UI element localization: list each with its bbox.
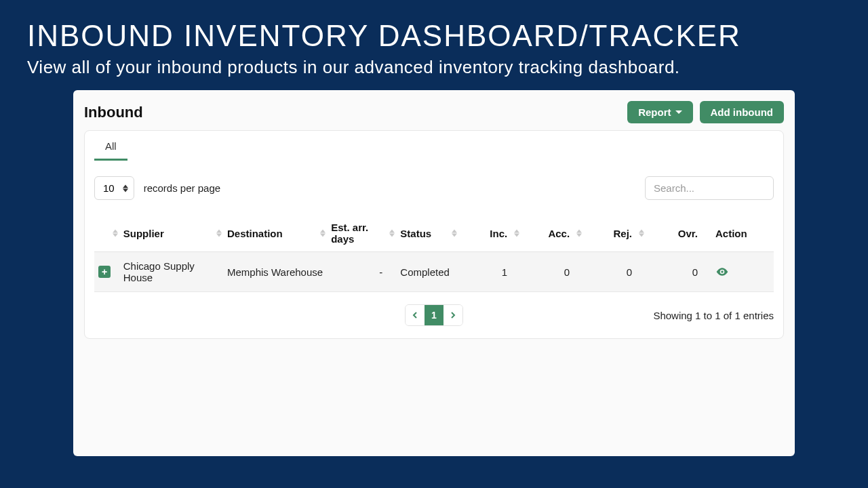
col-est[interactable]: Est. arr. days bbox=[327, 215, 396, 252]
sort-icon bbox=[389, 230, 395, 237]
pager: 1 bbox=[405, 304, 463, 326]
sort-icon bbox=[216, 230, 222, 237]
cell-ovr: 0 bbox=[646, 252, 711, 292]
cell-action bbox=[711, 252, 774, 292]
add-inbound-button[interactable]: Add inbound bbox=[700, 101, 784, 123]
col-ovr[interactable]: Ovr. bbox=[646, 215, 711, 252]
pager-prev-button[interactable] bbox=[406, 305, 425, 325]
pager-page-1[interactable]: 1 bbox=[425, 305, 443, 325]
panel-title: Inbound bbox=[84, 104, 143, 121]
col-action: Action bbox=[711, 215, 774, 252]
cell-destination: Memphis Warehouse bbox=[223, 252, 327, 292]
records-value: 10 bbox=[103, 182, 115, 194]
table-header-row: Supplier Destination Est. arr. days Stat… bbox=[94, 215, 774, 252]
sort-icon bbox=[320, 230, 326, 237]
records-select[interactable]: 10 bbox=[94, 176, 134, 200]
col-status[interactable]: Status bbox=[396, 215, 458, 252]
sort-icon bbox=[576, 230, 582, 237]
report-button-label: Report bbox=[638, 106, 671, 118]
hero-subtitle: View all of your inbound products in our… bbox=[27, 57, 841, 78]
chevron-down-icon bbox=[675, 110, 682, 114]
sort-icon bbox=[639, 230, 644, 237]
eye-icon bbox=[715, 265, 729, 279]
table-footer: 1 Showing 1 to 1 of 1 entries bbox=[94, 304, 774, 326]
dashboard-panel: Inbound Report Add inbound All 10 bbox=[73, 90, 795, 456]
sort-icon bbox=[113, 230, 118, 237]
chevron-left-icon bbox=[412, 312, 418, 319]
hero-title: INBOUND INVENTORY DASHBOARD/TRACKER bbox=[27, 19, 841, 53]
hero: INBOUND INVENTORY DASHBOARD/TRACKER View… bbox=[0, 0, 868, 90]
records-control: 10 records per page bbox=[94, 176, 220, 200]
col-supplier[interactable]: Supplier bbox=[119, 215, 223, 252]
updown-icon bbox=[123, 184, 128, 192]
col-destination[interactable]: Destination bbox=[223, 215, 327, 252]
tabs: All bbox=[94, 131, 774, 161]
cell-rej: 0 bbox=[583, 252, 646, 292]
col-inc[interactable]: Inc. bbox=[458, 215, 521, 252]
chevron-right-icon bbox=[450, 312, 456, 319]
pager-next-button[interactable] bbox=[443, 305, 462, 325]
col-rej[interactable]: Rej. bbox=[583, 215, 646, 252]
col-acc[interactable]: Acc. bbox=[521, 215, 583, 252]
header-actions: Report Add inbound bbox=[627, 101, 784, 123]
table-controls: 10 records per page bbox=[94, 176, 774, 200]
sort-icon bbox=[452, 230, 457, 237]
cell-inc: 1 bbox=[458, 252, 521, 292]
records-label: records per page bbox=[144, 182, 220, 194]
view-action-button[interactable] bbox=[715, 265, 729, 279]
cell-acc: 0 bbox=[521, 252, 583, 292]
cell-est: - bbox=[327, 252, 396, 292]
expand-row-button[interactable]: + bbox=[98, 266, 111, 278]
cell-status: Completed bbox=[396, 252, 458, 292]
entries-info: Showing 1 to 1 of 1 entries bbox=[653, 310, 774, 321]
cell-supplier: Chicago Supply House bbox=[119, 252, 223, 292]
add-inbound-label: Add inbound bbox=[711, 106, 773, 118]
sort-icon bbox=[514, 230, 519, 237]
report-button[interactable]: Report bbox=[627, 101, 692, 123]
search-input[interactable] bbox=[645, 176, 774, 200]
panel-header: Inbound Report Add inbound bbox=[84, 98, 784, 130]
inbound-table: Supplier Destination Est. arr. days Stat… bbox=[94, 215, 774, 292]
tab-all[interactable]: All bbox=[94, 131, 127, 161]
table-row: + Chicago Supply House Memphis Warehouse… bbox=[94, 252, 774, 292]
content-card: All 10 records per page bbox=[84, 130, 784, 339]
